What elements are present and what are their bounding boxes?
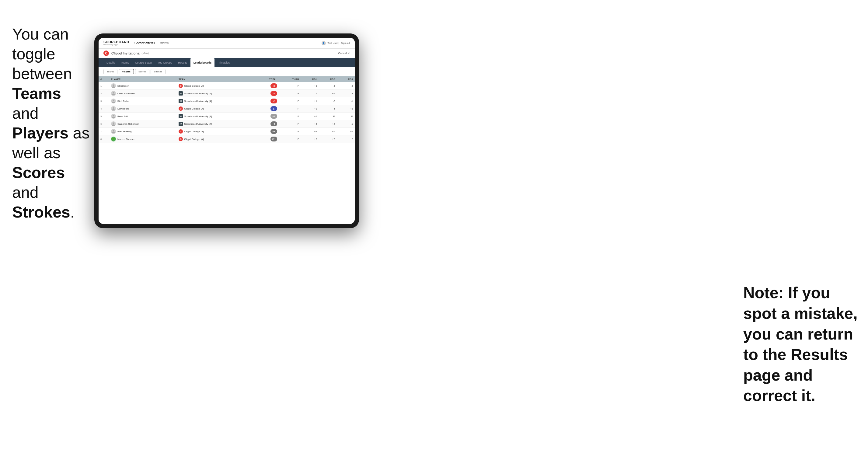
team-name: Clippd College [A]: [184, 85, 204, 87]
leaderboard-table: # PLAYER TEAM TOTAL THRU RD1 RD2 RD3 1: [99, 76, 355, 143]
cell-rd2: E: [319, 113, 337, 120]
bold-strokes: Strokes: [12, 203, 70, 221]
cell-player: David Ford: [109, 105, 177, 113]
tab-leaderboards[interactable]: Leaderboards: [190, 58, 215, 67]
tab-results[interactable]: Results: [175, 58, 190, 67]
player-name: Elliot Ebert: [118, 85, 129, 87]
team-logo-clippd: C: [179, 129, 183, 133]
cell-team: C Clippd College [A]: [177, 128, 254, 135]
cell-team: C Clippd College [A]: [177, 82, 254, 90]
player-avatar: [111, 99, 116, 103]
table-row: 4 David Ford C Clippd College [A] E F +1…: [99, 105, 355, 113]
subtab-strokes[interactable]: Strokes: [151, 69, 165, 74]
cell-team: C Clippd College [A]: [177, 135, 254, 143]
tablet-frame: SCOREBOARD Powered by clippd TOURNAMENTS…: [94, 33, 359, 228]
svg-point-6: [113, 123, 114, 124]
col-pos: #: [99, 76, 109, 82]
player-avatar: 🌿: [111, 136, 116, 142]
team-logo-sb: SB: [179, 114, 183, 118]
sign-out-link[interactable]: Sign out: [341, 42, 350, 44]
tab-teams[interactable]: Teams: [118, 58, 132, 67]
tab-course-setup[interactable]: Course Setup: [132, 58, 155, 67]
team-name: Scoreboard University [A]: [184, 92, 212, 95]
left-annotation: You can toggle between Teams and Players…: [12, 24, 97, 222]
player-name: Rich Butler: [118, 100, 129, 102]
cell-rd1: +1: [301, 105, 319, 113]
table-row: 6 Cameron Robertson SB Scoreboard Univer…: [99, 120, 355, 128]
cell-pos: 6: [99, 120, 109, 128]
cell-rd2: +7: [319, 135, 337, 143]
team-name: Scoreboard University [A]: [184, 100, 212, 102]
col-thru: THRU: [279, 76, 301, 82]
table-row: 5 Rees Britt SB Scoreboard University [A…: [99, 113, 355, 120]
cell-thru: F: [279, 135, 301, 143]
player-avatar: [111, 121, 116, 126]
cell-thru: F: [279, 120, 301, 128]
cell-rd1: -5: [301, 90, 319, 97]
table-row: 1 Elliot Ebert C Clippd College [A] -8 F…: [99, 82, 355, 90]
table-row: 7 Blair McHarg C Clippd College [A] +8 F…: [99, 128, 355, 135]
cell-rd1: +2: [301, 128, 319, 135]
svg-point-4: [113, 107, 114, 109]
cell-team: SB Scoreboard University [A]: [177, 90, 254, 97]
team-logo-clippd: C: [179, 106, 183, 111]
right-annotation: Note: If you spot a mistake, you can ret…: [743, 283, 859, 406]
col-rd1: RD1: [301, 76, 319, 82]
cell-pos: 1: [99, 82, 109, 90]
cell-rd3: +3: [337, 105, 355, 113]
nav-tournaments[interactable]: TOURNAMENTS: [134, 41, 155, 45]
bold-teams: Teams: [12, 85, 61, 102]
cell-pos: 2: [99, 90, 109, 97]
table-header-row: # PLAYER TEAM TOTAL THRU RD1 RD2 RD3: [99, 76, 355, 82]
player-avatar: [111, 83, 116, 88]
subtab-scores[interactable]: Scores: [135, 69, 149, 74]
subtab-players[interactable]: Players: [119, 69, 134, 74]
subtab-teams[interactable]: Teams: [103, 69, 118, 74]
tab-details[interactable]: Details: [103, 58, 118, 67]
score-badge: +8: [271, 129, 277, 134]
team-logo-sb: SB: [179, 91, 183, 96]
svg-point-5: [113, 115, 114, 117]
tournament-gender: (Men): [142, 52, 149, 55]
cell-rd3: E: [337, 113, 355, 120]
cell-team: SB Scoreboard University [A]: [177, 120, 254, 128]
cell-total: +1: [255, 113, 279, 120]
cell-total: -4: [255, 90, 279, 97]
cell-total: -2: [255, 97, 279, 105]
tablet-screen: SCOREBOARD Powered by clippd TOURNAMENTS…: [99, 38, 355, 224]
cell-player: Cameron Robertson: [109, 120, 177, 128]
player-name: David Ford: [118, 107, 129, 110]
cell-player: 🌿 Marcus Turners: [109, 135, 177, 143]
player-name: Cameron Robertson: [118, 123, 140, 125]
col-rd2: RD2: [319, 76, 337, 82]
score-badge: -2: [271, 99, 277, 103]
cell-player: Rees Britt: [109, 113, 177, 120]
player-name: Rees Britt: [118, 115, 128, 118]
cell-pos: 5: [99, 113, 109, 120]
cell-rd1: +3: [301, 82, 319, 90]
cell-rd3: -1: [337, 120, 355, 128]
team-name: Clippd College [A]: [184, 107, 204, 110]
nav-teams[interactable]: TEAMS: [159, 41, 169, 45]
col-player: PLAYER: [109, 76, 177, 82]
cell-rd3: -1: [337, 97, 355, 105]
tab-printables[interactable]: Printables: [215, 58, 233, 67]
svg-point-7: [113, 130, 114, 132]
cell-thru: F: [279, 105, 301, 113]
score-badge: -4: [271, 91, 277, 96]
svg-point-1: [113, 85, 114, 86]
bold-players: Players: [12, 124, 68, 142]
cell-player: Elliot Ebert: [109, 82, 177, 90]
col-team: TEAM: [177, 76, 254, 82]
cell-team: SB Scoreboard University [A]: [177, 97, 254, 105]
team-logo-sb: SB: [179, 99, 183, 103]
team-name: Scoreboard University [A]: [184, 115, 212, 118]
tab-tee-groups[interactable]: Tee Groups: [155, 58, 175, 67]
team-name: Clippd College [A]: [184, 130, 204, 133]
cell-rd2: +1: [319, 128, 337, 135]
cancel-button[interactable]: Cancel ✕: [338, 52, 350, 55]
cell-team: SB Scoreboard University [A]: [177, 113, 254, 120]
tournament-header: C Clippd Invitational (Men) Cancel ✕: [99, 49, 355, 58]
cell-rd3: +2: [337, 135, 355, 143]
team-logo-clippd: C: [179, 137, 183, 141]
